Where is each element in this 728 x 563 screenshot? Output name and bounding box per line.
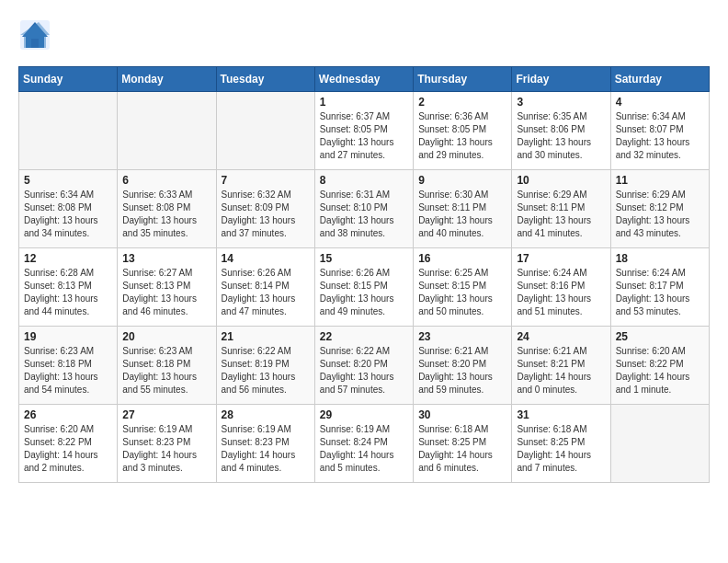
day-number: 19: [24, 330, 112, 343]
calendar-cell: [19, 92, 118, 170]
calendar-cell: 13Sunrise: 6:27 AMSunset: 8:13 PMDayligh…: [118, 248, 216, 327]
calendar-cell: 1Sunrise: 6:37 AMSunset: 8:05 PMDaylight…: [314, 92, 413, 170]
calendar-cell: 28Sunrise: 6:19 AMSunset: 8:23 PMDayligh…: [216, 405, 314, 483]
calendar-cell: 16Sunrise: 6:25 AMSunset: 8:15 PMDayligh…: [414, 248, 512, 327]
day-number: 14: [222, 252, 310, 265]
calendar-cell: 31Sunrise: 6:18 AMSunset: 8:25 PMDayligh…: [512, 405, 610, 483]
calendar-cell: 11Sunrise: 6:29 AMSunset: 8:12 PMDayligh…: [610, 170, 709, 248]
calendar-week-3: 12Sunrise: 6:28 AMSunset: 8:13 PMDayligh…: [19, 248, 710, 327]
calendar-cell: 14Sunrise: 6:26 AMSunset: 8:14 PMDayligh…: [216, 248, 314, 327]
day-info: Sunrise: 6:22 AMSunset: 8:20 PMDaylight:…: [320, 345, 408, 396]
calendar-cell: 29Sunrise: 6:19 AMSunset: 8:24 PMDayligh…: [314, 405, 413, 483]
calendar-cell: 5Sunrise: 6:34 AMSunset: 8:08 PMDaylight…: [19, 170, 118, 248]
day-number: 21: [222, 330, 310, 343]
day-number: 16: [418, 252, 506, 265]
calendar-week-4: 19Sunrise: 6:23 AMSunset: 8:18 PMDayligh…: [19, 327, 710, 405]
day-info: Sunrise: 6:18 AMSunset: 8:25 PMDaylight:…: [517, 423, 605, 475]
day-info: Sunrise: 6:21 AMSunset: 8:20 PMDaylight:…: [418, 345, 506, 396]
day-number: 12: [24, 252, 112, 265]
day-number: 13: [122, 252, 210, 265]
day-number: 7: [222, 174, 310, 187]
day-info: Sunrise: 6:23 AMSunset: 8:18 PMDaylight:…: [24, 345, 112, 396]
weekday-header-sunday: Sunday: [19, 67, 118, 92]
calendar-cell: 25Sunrise: 6:20 AMSunset: 8:22 PMDayligh…: [610, 327, 709, 405]
day-info: Sunrise: 6:19 AMSunset: 8:23 PMDaylight:…: [122, 423, 210, 475]
day-number: 5: [24, 174, 112, 187]
day-number: 4: [616, 96, 704, 109]
day-info: Sunrise: 6:26 AMSunset: 8:14 PMDaylight:…: [222, 267, 310, 318]
day-info: Sunrise: 6:30 AMSunset: 8:11 PMDaylight:…: [418, 189, 506, 240]
calendar-week-5: 26Sunrise: 6:20 AMSunset: 8:22 PMDayligh…: [19, 405, 710, 483]
calendar-table: SundayMondayTuesdayWednesdayThursdayFrid…: [18, 66, 710, 483]
day-number: 1: [320, 96, 408, 109]
calendar-cell: 2Sunrise: 6:36 AMSunset: 8:05 PMDaylight…: [414, 92, 512, 170]
calendar-cell: 7Sunrise: 6:32 AMSunset: 8:09 PMDaylight…: [216, 170, 314, 248]
day-number: 25: [616, 330, 704, 343]
day-info: Sunrise: 6:22 AMSunset: 8:19 PMDaylight:…: [222, 345, 310, 396]
calendar-header: SundayMondayTuesdayWednesdayThursdayFrid…: [19, 67, 710, 92]
day-number: 23: [418, 330, 506, 343]
day-number: 30: [418, 408, 506, 421]
calendar-cell: 24Sunrise: 6:21 AMSunset: 8:21 PMDayligh…: [512, 327, 610, 405]
day-info: Sunrise: 6:19 AMSunset: 8:23 PMDaylight:…: [222, 423, 310, 475]
day-number: 28: [222, 408, 310, 421]
calendar-cell: 23Sunrise: 6:21 AMSunset: 8:20 PMDayligh…: [414, 327, 512, 405]
calendar-cell: 9Sunrise: 6:30 AMSunset: 8:11 PMDaylight…: [414, 170, 512, 248]
calendar-cell: 30Sunrise: 6:18 AMSunset: 8:25 PMDayligh…: [414, 405, 512, 483]
calendar-cell: 20Sunrise: 6:23 AMSunset: 8:18 PMDayligh…: [118, 327, 216, 405]
day-number: 2: [418, 96, 506, 109]
calendar-cell: 21Sunrise: 6:22 AMSunset: 8:19 PMDayligh…: [216, 327, 314, 405]
day-info: Sunrise: 6:20 AMSunset: 8:22 PMDaylight:…: [616, 345, 704, 396]
calendar-cell: 26Sunrise: 6:20 AMSunset: 8:22 PMDayligh…: [19, 405, 118, 483]
calendar-cell: 19Sunrise: 6:23 AMSunset: 8:18 PMDayligh…: [19, 327, 118, 405]
day-info: Sunrise: 6:36 AMSunset: 8:05 PMDaylight:…: [418, 110, 506, 162]
calendar-cell: [216, 92, 314, 170]
day-info: Sunrise: 6:35 AMSunset: 8:06 PMDaylight:…: [517, 110, 605, 162]
weekday-header-row: SundayMondayTuesdayWednesdayThursdayFrid…: [19, 67, 710, 92]
day-info: Sunrise: 6:23 AMSunset: 8:18 PMDaylight:…: [122, 345, 210, 396]
day-info: Sunrise: 6:33 AMSunset: 8:08 PMDaylight:…: [122, 189, 210, 240]
header: [18, 18, 710, 55]
weekday-header-monday: Monday: [118, 67, 216, 92]
day-number: 26: [24, 408, 112, 421]
calendar-cell: 27Sunrise: 6:19 AMSunset: 8:23 PMDayligh…: [118, 405, 216, 483]
calendar-cell: [118, 92, 216, 170]
day-info: Sunrise: 6:20 AMSunset: 8:22 PMDaylight:…: [24, 423, 112, 475]
calendar-cell: [610, 405, 709, 483]
day-number: 17: [517, 252, 605, 265]
calendar-cell: 3Sunrise: 6:35 AMSunset: 8:06 PMDaylight…: [512, 92, 610, 170]
logo-graphic: [18, 18, 51, 55]
calendar-week-2: 5Sunrise: 6:34 AMSunset: 8:08 PMDaylight…: [19, 170, 710, 248]
day-info: Sunrise: 6:29 AMSunset: 8:12 PMDaylight:…: [616, 189, 704, 240]
day-number: 20: [122, 330, 210, 343]
weekday-header-saturday: Saturday: [610, 67, 709, 92]
day-number: 27: [122, 408, 210, 421]
day-number: 11: [616, 174, 704, 187]
day-number: 31: [517, 408, 605, 421]
day-number: 22: [320, 330, 408, 343]
weekday-header-thursday: Thursday: [414, 67, 512, 92]
calendar-cell: 6Sunrise: 6:33 AMSunset: 8:08 PMDaylight…: [118, 170, 216, 248]
day-number: 6: [122, 174, 210, 187]
calendar-cell: 15Sunrise: 6:26 AMSunset: 8:15 PMDayligh…: [314, 248, 413, 327]
day-number: 24: [517, 330, 605, 343]
day-info: Sunrise: 6:31 AMSunset: 8:10 PMDaylight:…: [320, 189, 408, 240]
day-info: Sunrise: 6:25 AMSunset: 8:15 PMDaylight:…: [418, 267, 506, 318]
weekday-header-friday: Friday: [512, 67, 610, 92]
calendar-week-1: 1Sunrise: 6:37 AMSunset: 8:05 PMDaylight…: [19, 92, 710, 170]
day-info: Sunrise: 6:32 AMSunset: 8:09 PMDaylight:…: [222, 189, 310, 240]
logo: [18, 18, 55, 55]
day-number: 18: [616, 252, 704, 265]
calendar-cell: 10Sunrise: 6:29 AMSunset: 8:11 PMDayligh…: [512, 170, 610, 248]
calendar-cell: 8Sunrise: 6:31 AMSunset: 8:10 PMDaylight…: [314, 170, 413, 248]
day-number: 9: [418, 174, 506, 187]
day-number: 10: [517, 174, 605, 187]
calendar-cell: 22Sunrise: 6:22 AMSunset: 8:20 PMDayligh…: [314, 327, 413, 405]
calendar-cell: 18Sunrise: 6:24 AMSunset: 8:17 PMDayligh…: [610, 248, 709, 327]
day-number: 29: [320, 408, 408, 421]
day-number: 15: [320, 252, 408, 265]
day-number: 8: [320, 174, 408, 187]
day-info: Sunrise: 6:18 AMSunset: 8:25 PMDaylight:…: [418, 423, 506, 475]
day-info: Sunrise: 6:28 AMSunset: 8:13 PMDaylight:…: [24, 267, 112, 318]
day-number: 3: [517, 96, 605, 109]
